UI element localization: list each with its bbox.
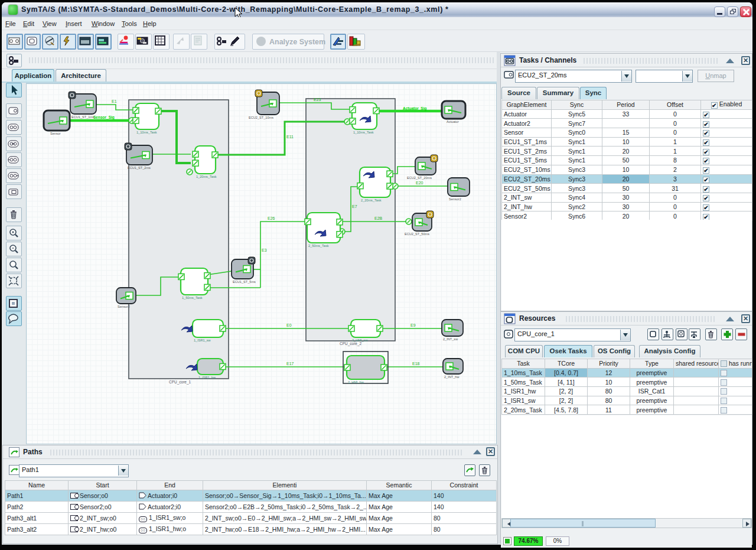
svg-text:Sensor2: Sensor2 — [449, 197, 461, 201]
svg-text:1_50ms_Task: 1_50ms_Task — [182, 296, 203, 300]
svg-text:Actuator_Sig: Actuator_Sig — [403, 106, 426, 111]
svg-text:E20: E20 — [416, 181, 423, 185]
svg-text:E17: E17 — [286, 362, 294, 366]
svg-text:2_INT_sw: 2_INT_sw — [443, 337, 458, 341]
svg-text:ECU1_ST_1ms: ECU1_ST_1ms — [71, 115, 94, 119]
svg-text:Sensor_Sig: Sensor_Sig — [93, 115, 115, 120]
svg-text:E2B: E2B — [374, 216, 383, 220]
svg-text:E7: E7 — [352, 204, 357, 209]
svg-text:E23: E23 — [314, 97, 321, 102]
svg-text:E11: E11 — [286, 135, 294, 139]
svg-text:E26: E26 — [268, 216, 275, 220]
svg-text:CPU_core_2: CPU_core_2 — [340, 341, 362, 346]
svg-text:E1: E1 — [112, 99, 117, 103]
svg-text:1_10ms_Task: 1_10ms_Task — [353, 131, 374, 134]
svg-text:2_20ms_Task: 2_20ms_Task — [361, 198, 382, 202]
svg-text:2_HMI_hw: 2_HMI_hw — [348, 380, 364, 384]
svg-text:E9: E9 — [410, 323, 416, 327]
svg-text:E18: E18 — [412, 362, 420, 366]
svg-text:CPU_core_1: CPU_core_1 — [169, 380, 191, 385]
svg-text:ECU2_ST_50ms: ECU2_ST_50ms — [405, 232, 429, 236]
svg-text:2_50ms_Task: 2_50ms_Task — [308, 244, 329, 248]
svg-text:2_INT_hw: 2_INT_hw — [444, 375, 460, 379]
svg-text:E0: E0 — [286, 323, 292, 327]
svg-text:ECU2_ST_10ms: ECU2_ST_10ms — [249, 116, 273, 119]
svg-text:E3: E3 — [262, 248, 267, 252]
svg-text:ECU2_ST_20ms: ECU2_ST_20ms — [407, 176, 432, 180]
svg-text:ECU1_ST_2ms: ECU1_ST_2ms — [128, 166, 151, 170]
svg-text:ECU1_ST_5ms: ECU1_ST_5ms — [233, 280, 256, 284]
svg-text:1_ISR1_hw: 1_ISR1_hw — [198, 376, 216, 379]
svg-text:Actuator: Actuator — [447, 120, 459, 123]
svg-text:Sensor2: Sensor2 — [118, 305, 130, 308]
svg-text:1_20ms_Task: 1_20ms_Task — [196, 175, 217, 178]
svg-text:2_HMI_sw: 2_HMI_sw — [352, 339, 368, 342]
svg-text:1_ISR1_sw: 1_ISR1_sw — [194, 339, 211, 342]
svg-text:Sensor: Sensor — [50, 132, 61, 135]
svg-text:1_10ms_Task: 1_10ms_Task — [136, 131, 157, 134]
